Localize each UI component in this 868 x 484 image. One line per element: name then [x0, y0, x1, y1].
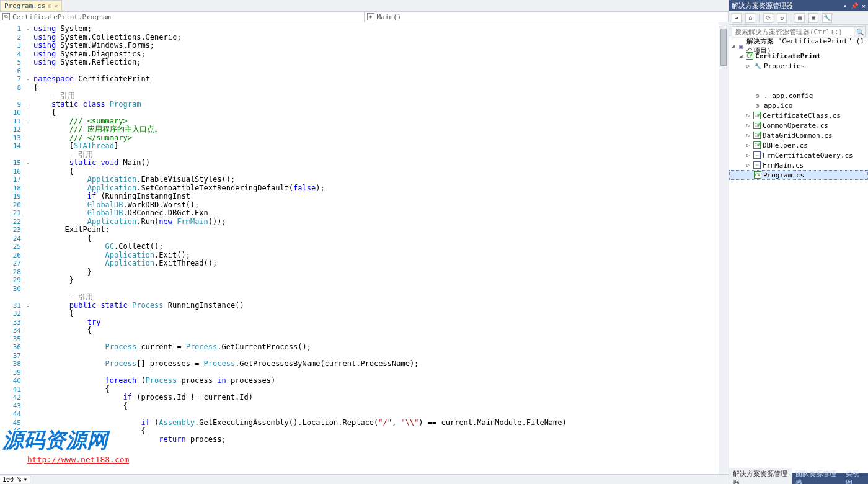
code-line[interactable]: Application.Exit();	[31, 251, 719, 260]
tree-twisty[interactable]: ▷	[745, 162, 751, 168]
file-node-app-ico[interactable]: ⚙app.ico	[729, 101, 868, 110]
file-node-Program-cs[interactable]: C#Program.cs	[729, 170, 868, 180]
code-line[interactable]: {	[31, 84, 719, 92]
code-line[interactable]: if (Assembly.GetExecutingAssembly().Loca…	[31, 419, 719, 428]
code-line[interactable]	[31, 67, 719, 76]
vertical-scrollbar[interactable]	[719, 22, 728, 474]
code-line[interactable]: }	[31, 276, 719, 285]
code-line[interactable]: {	[31, 385, 719, 394]
code-line[interactable]: using System.Windows.Forms;	[31, 42, 719, 50]
fold-toggle[interactable]: -	[25, 159, 31, 168]
tree-twisty[interactable]: ▷	[745, 63, 751, 69]
back-button[interactable]: ◄	[732, 13, 742, 23]
code-line[interactable]: {	[31, 235, 719, 243]
fold-toggle[interactable]: -	[25, 302, 31, 310]
code-line[interactable]: }	[31, 268, 719, 277]
fold-toggle[interactable]: -	[25, 75, 31, 84]
code-line[interactable]: public static Process RunningInstance()	[31, 302, 719, 310]
code-line[interactable]: /// </summary>	[31, 134, 719, 143]
code-line[interactable]: static void Main()	[31, 159, 719, 168]
tree-twisty[interactable]: ▷	[745, 112, 751, 119]
code-line[interactable]: {	[31, 310, 719, 318]
home-button[interactable]: ⌂	[745, 13, 755, 23]
tree-twisty[interactable]: ▷	[745, 142, 751, 148]
search-button[interactable]: 🔍	[854, 26, 866, 37]
code-line[interactable]: Application.SetCompatibleTextRenderingDe…	[31, 184, 719, 193]
file-node-FrmMain-cs[interactable]: ▷▭FrmMain.cs	[729, 160, 868, 170]
pin-icon[interactable]: 📌	[851, 2, 858, 9]
sync-button[interactable]: ⟳	[763, 13, 773, 23]
code-line[interactable]: Process current = Process.GetCurrentProc…	[31, 343, 719, 352]
code-line[interactable]	[31, 352, 719, 361]
code-line[interactable]: Application.EnableVisualStyles();	[31, 176, 719, 184]
solution-node[interactable]: ◢▣解决方案 "CertificatePrint" (1 个项目)	[729, 41, 868, 51]
code-editor[interactable]: 1-using System;2using System.Collections…	[0, 22, 728, 474]
tab-team-explorer[interactable]: 团队资源管理器	[792, 468, 842, 484]
tab-class-view[interactable]: 类视图	[842, 468, 868, 484]
code-line[interactable]: try	[31, 318, 719, 327]
code-line[interactable]: Application.ExitThread();	[31, 259, 719, 268]
code-line[interactable]	[31, 285, 719, 294]
nav-scope-dropdown[interactable]: ⧉ CertificatePrint.Program	[0, 12, 365, 22]
code-line[interactable]: Process[] processes = Process.GetProcess…	[31, 360, 719, 369]
pin-icon[interactable]: ⊕	[48, 2, 51, 9]
code-line[interactable]: - 引用	[31, 92, 719, 101]
code-line[interactable]: GC.Collect();	[31, 243, 719, 251]
code-line[interactable]: /// 应用程序的主入口点。	[31, 125, 719, 134]
close-icon[interactable]: ✕	[862, 2, 866, 9]
fold-toggle[interactable]: -	[25, 25, 31, 34]
close-icon[interactable]: ✕	[54, 2, 58, 9]
code-line[interactable]: {	[31, 109, 719, 117]
show-all-button[interactable]: ▦	[795, 13, 805, 23]
code-line[interactable]: using System.Collections.Generic;	[31, 34, 719, 42]
file-node-DataGridCommon-cs[interactable]: ▷C#DataGridCommon.cs	[729, 130, 868, 140]
code-line[interactable]	[31, 410, 719, 419]
tree-twisty[interactable]: ◢	[730, 43, 735, 49]
fold-toggle[interactable]: -	[25, 117, 31, 126]
file-node--app-config[interactable]: ⚙. app.config	[729, 91, 868, 101]
code-line[interactable]	[31, 369, 719, 377]
tree-twisty[interactable]: ▷	[745, 122, 751, 128]
file-node-CommonOperate-cs[interactable]: ▷C#CommonOperate.cs	[729, 120, 868, 130]
fold-toggle[interactable]: -	[25, 101, 31, 109]
tree-twisty[interactable]: ◢	[738, 53, 744, 59]
nav-member-dropdown[interactable]: ◉ Main()	[365, 12, 729, 22]
code-line[interactable]: if (RunningInstanngInst	[31, 192, 719, 201]
collapse-button[interactable]: ▣	[808, 13, 818, 23]
code-line[interactable]: {	[31, 168, 719, 176]
code-line[interactable]: foreach (Process process in processes)	[31, 377, 719, 385]
properties-node[interactable]: ▷🔧Properties	[729, 61, 868, 71]
dropdown-icon[interactable]: ▾	[843, 2, 847, 9]
tree-twisty[interactable]: ▷	[745, 132, 751, 138]
code-line[interactable]: Application.Run(new FrmMain());	[31, 218, 719, 226]
code-line[interactable]: /// <summary>	[31, 117, 719, 126]
file-tab[interactable]: Program.cs ⊕ ✕	[0, 0, 62, 11]
solution-search-input[interactable]	[732, 26, 854, 37]
file-node-FrmCertificateQuery-cs[interactable]: ▷▭FrmCertificateQuery.cs	[729, 150, 868, 160]
horizontal-scrollbar[interactable]: 100 %▾	[0, 474, 728, 484]
code-line[interactable]: GlobalDB.WorkDBD.Worst();	[31, 201, 719, 210]
zoom-dropdown[interactable]: 100 %▾	[0, 476, 30, 483]
solution-tree[interactable]: ◢▣解决方案 "CertificatePrint" (1 个项目)◢C#Cert…	[729, 38, 868, 473]
code-line[interactable]: namespace CertificatePrint	[31, 75, 719, 84]
code-line[interactable]: [STAThread]	[31, 142, 719, 151]
code-line[interactable]: using System.Diagnostics;	[31, 50, 719, 59]
code-line[interactable]: GlobalDB.DBConnec.DBGct.Exn	[31, 209, 719, 218]
code-line[interactable]	[31, 335, 719, 344]
code-line[interactable]: return process;	[31, 436, 719, 444]
code-line[interactable]: using System.Reflection;	[31, 58, 719, 67]
code-line[interactable]: {	[31, 326, 719, 335]
file-node-DBHelper-cs[interactable]: ▷C#DBHelper.cs	[729, 140, 868, 150]
tree-twisty[interactable]: ▷	[745, 152, 751, 158]
code-line[interactable]: ExitPoint:	[31, 226, 719, 235]
tab-solution-explorer[interactable]: 解决方案资源管理器	[729, 468, 792, 484]
code-line[interactable]: - 引用	[31, 151, 719, 159]
code-line[interactable]: {	[31, 402, 719, 411]
code-line[interactable]: - 引用	[31, 293, 719, 302]
code-line[interactable]: using System;	[31, 25, 719, 34]
refresh-button[interactable]: ↻	[777, 13, 787, 23]
code-line[interactable]: static class Program	[31, 101, 719, 109]
code-line[interactable]: if (process.Id != current.Id)	[31, 393, 719, 402]
properties-button[interactable]: 🔧	[822, 13, 832, 23]
file-node-CertificateClass-cs[interactable]: ▷C#CertificateClass.cs	[729, 110, 868, 120]
